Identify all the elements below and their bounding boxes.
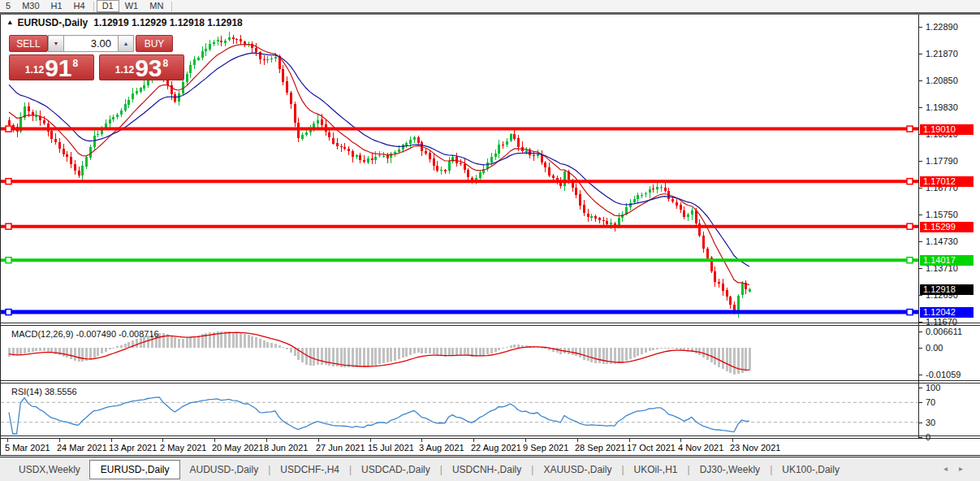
hline-handle[interactable]	[907, 258, 913, 263]
chart-tab-usdcnh-daily[interactable]: USDCNH-,Daily	[443, 462, 530, 478]
macd-bar	[513, 344, 516, 348]
axis-tick-mark	[919, 188, 922, 188]
candle	[664, 188, 667, 191]
hline-handle[interactable]	[6, 258, 11, 263]
chart-tab-eurusd-daily[interactable]: EURUSD-,Daily	[89, 460, 181, 479]
sell-price-display[interactable]: 1.12918	[9, 54, 94, 80]
timeframe-button-h4[interactable]: H4	[68, 0, 91, 12]
macd-bar	[78, 348, 80, 362]
ma-red-line[interactable]	[9, 45, 749, 285]
candle	[224, 41, 227, 43]
axis-tick-mark	[919, 402, 922, 403]
timeframe-toolbar: 5M30H1H4D1W1MN	[0, 0, 980, 12]
axis-tick-mark	[919, 295, 922, 296]
current-price-label: 1.12918	[920, 284, 974, 295]
chart-tab-usdchf-h4[interactable]: USDCHF-,H4	[271, 462, 348, 478]
hline-handle[interactable]	[6, 126, 11, 132]
ma-blue-line[interactable]	[9, 53, 749, 266]
candle	[652, 188, 654, 189]
macd-bar	[541, 348, 543, 349]
chart-quotes: 1.12919 1.12929 1.12918 1.12918	[93, 17, 243, 28]
hline-handle[interactable]	[907, 310, 913, 315]
date-tick-mark	[162, 439, 163, 442]
collapse-icon[interactable]: ▴	[8, 18, 12, 26]
macd-bar	[35, 348, 37, 351]
macd-bar	[352, 348, 354, 367]
candle	[132, 93, 134, 99]
candle	[363, 160, 365, 162]
chart-title: EURUSD-,Daily	[18, 17, 89, 28]
candle	[533, 155, 535, 156]
hline-handle[interactable]	[907, 179, 913, 184]
timeframe-button-m30[interactable]: M30	[16, 0, 45, 12]
candle	[702, 236, 705, 249]
hline-handle[interactable]	[907, 223, 913, 229]
macd-bar	[386, 348, 389, 362]
axis-tick-mark	[919, 54, 922, 54]
hline-handle[interactable]	[6, 223, 11, 229]
macd-bar	[274, 344, 277, 349]
candle	[174, 94, 176, 102]
rsi-panel-plot[interactable]	[1, 384, 919, 436]
macd-bar	[109, 348, 111, 349]
timeframe-button-mn[interactable]: MN	[144, 0, 169, 12]
chart-tab-usdcad-daily[interactable]: USDCAD-,Daily	[352, 462, 439, 478]
candle	[548, 167, 550, 176]
candle	[378, 155, 381, 156]
buy-button[interactable]: BUY	[136, 35, 173, 52]
hline-handle[interactable]	[907, 126, 913, 132]
rsi-axis-label: 70	[926, 397, 935, 408]
triangle-down-icon: ▼	[54, 41, 59, 46]
sell-price-pips: 91	[45, 57, 71, 79]
macd-bar	[244, 334, 246, 348]
mt4-window: 5M30H1H4D1W1MN ▴ EURUSD-,Daily 1.12919 1…	[0, 0, 980, 481]
chart-tab-uk100-daily[interactable]: UK100-,Daily	[773, 462, 848, 478]
volume-input[interactable]	[64, 35, 118, 52]
sell-button[interactable]: SELL	[9, 35, 48, 52]
macd-bar	[637, 348, 639, 355]
hline-handle[interactable]	[6, 179, 11, 184]
macd-bar	[186, 338, 188, 348]
date-label: 28 Sep 2021	[575, 443, 625, 453]
macd-bar	[290, 348, 292, 352]
candle	[63, 149, 65, 154]
candle	[714, 271, 716, 281]
chart-tab-dj30-weekly[interactable]: DJ30-,Weekly	[691, 462, 769, 478]
macd-bar	[733, 348, 736, 374]
candle	[741, 283, 744, 295]
volume-decrease-button[interactable]: ▼	[48, 35, 64, 52]
timeframe-button-d1[interactable]: D1	[97, 0, 119, 12]
volume-increase-button[interactable]: ▲	[118, 35, 134, 52]
chart-tab-ukoil-h1[interactable]: UKOil-,H1	[625, 462, 687, 478]
scroll-right-icon[interactable]: ▸	[959, 464, 974, 473]
candle	[282, 69, 284, 81]
candle	[479, 172, 481, 178]
date-label: 27 Jun 2021	[316, 443, 365, 453]
timeframe-button-5[interactable]: 5	[0, 0, 16, 12]
panel-separator	[1, 323, 980, 323]
candle-wick	[445, 169, 446, 174]
candle	[645, 193, 647, 194]
macd-bar	[506, 347, 508, 348]
macd-bar	[136, 339, 138, 348]
date-tick-mark	[525, 439, 526, 442]
candle	[409, 140, 412, 143]
buy-price-display[interactable]: 1.12938	[99, 54, 184, 80]
macd-bar	[105, 348, 107, 351]
candle	[683, 210, 685, 217]
chart-tab-usdx-weekly[interactable]: USDX,Weekly	[10, 462, 89, 478]
candle	[321, 119, 323, 125]
candle	[228, 37, 231, 40]
timeframe-button-h1[interactable]: H1	[45, 0, 68, 12]
candle	[718, 282, 720, 284]
scroll-left-icon[interactable]: ◂	[943, 464, 959, 473]
price-axis[interactable]: 1.228901.218701.208501.198301.188101.177…	[919, 15, 980, 455]
chart-tab-xauusd-daily[interactable]: XAUUSD-,Daily	[534, 462, 620, 478]
timeframe-button-w1[interactable]: W1	[119, 0, 145, 12]
one-click-trading-panel: SELL ▼ ▲ BUY 1.12918 1.12938	[9, 35, 184, 80]
date-axis[interactable]: 5 Mar 202124 Mar 202113 Apr 20212 May 20…	[1, 439, 918, 455]
macd-bar	[510, 345, 512, 348]
chart-tab-audusd-daily[interactable]: AUDUSD-,Daily	[180, 462, 267, 478]
candle	[43, 120, 45, 124]
hline-handle[interactable]	[6, 310, 11, 315]
